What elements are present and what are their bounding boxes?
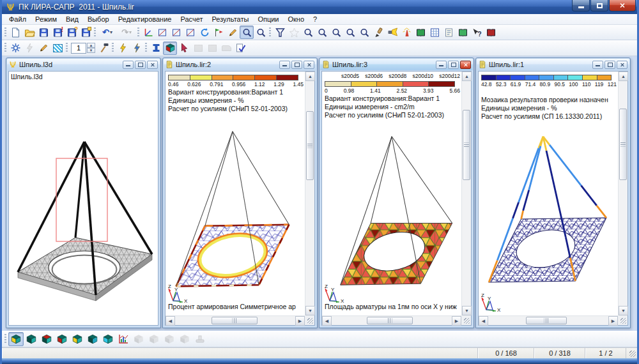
results-diagram-button[interactable] [116, 332, 131, 346]
horizontal-scrollbar[interactable]: ◀ ▶ [479, 315, 618, 325]
scroll-down-icon[interactable]: ▼ [619, 306, 628, 315]
scroll-right-icon[interactable]: ▶ [452, 316, 461, 326]
resize-grip[interactable] [461, 315, 471, 325]
horizontal-scroll-thumb[interactable] [212, 317, 258, 324]
child-close-button[interactable] [147, 61, 158, 69]
zoom-out-button[interactable] [315, 26, 329, 39]
scroll-right-icon[interactable]: ▶ [608, 316, 618, 326]
vertical-scroll-thumb[interactable] [619, 109, 627, 180]
menu-file[interactable]: Файл [4, 15, 31, 24]
result-view[interactable]: 42.852.361.971.480.990.5100110119121 Моз… [479, 72, 618, 315]
menu-select[interactable]: Выбор [83, 15, 114, 24]
cube-gray-3-button[interactable] [162, 332, 177, 346]
stiffness-hatch-button[interactable] [50, 42, 65, 55]
menu-mode[interactable]: Режим [31, 15, 61, 24]
child-window-title-bar[interactable]: Шпиль.lir:2 [164, 59, 316, 70]
paint-brush-button[interactable] [371, 26, 385, 39]
resize-grip[interactable] [618, 315, 627, 325]
ibeam-sections-button[interactable] [149, 42, 163, 55]
beacon-button[interactable] [399, 26, 413, 39]
draw-pencil-button[interactable] [226, 26, 240, 39]
child-maximize-button[interactable] [135, 61, 146, 69]
child-close-button[interactable] [460, 61, 471, 69]
cube-top-red-button[interactable] [39, 332, 54, 346]
save-copy-button[interactable] [79, 26, 93, 39]
zoom-element-button[interactable] [240, 26, 254, 39]
dynamic-lightning-button[interactable] [130, 42, 144, 55]
scroll-left-icon[interactable]: ◀ [322, 316, 332, 326]
horizontal-scrollbar[interactable]: ◀ ▶ [166, 315, 305, 325]
scroll-right-icon[interactable]: ▶ [295, 316, 305, 326]
child-window-title-bar[interactable]: Шпиль.lir:1 [477, 59, 629, 70]
cube-gray-2-button[interactable] [146, 332, 162, 346]
save-document-button[interactable] [36, 26, 50, 39]
menu-calc[interactable]: Расчет [176, 15, 207, 24]
window-resize-grip[interactable] [626, 348, 637, 358]
menu-view[interactable]: Вид [61, 15, 83, 24]
new-document-button[interactable] [8, 26, 22, 39]
settings-gear-button[interactable] [8, 42, 22, 55]
child-maximize-button[interactable] [291, 61, 302, 69]
build-hammer-button[interactable] [96, 42, 111, 55]
child-minimize-button[interactable] [592, 61, 603, 69]
scroll-up-icon[interactable]: ▲ [462, 72, 472, 81]
grid-window-button[interactable] [427, 26, 442, 39]
check-document-button[interactable] [233, 42, 247, 55]
child-close-button[interactable] [304, 61, 314, 69]
scroll-up-icon[interactable]: ▲ [305, 72, 315, 81]
horizontal-scrollbar[interactable]: ◀ ▶ [322, 315, 461, 325]
child-window-shpil-lir-2[interactable]: Шпиль.lir:2 0.460.6260.7910.9561.121.291… [162, 57, 318, 328]
menu-edit[interactable]: Редактирование [114, 15, 176, 24]
scroll-left-icon[interactable]: ◀ [479, 316, 488, 326]
filter-funnel-button[interactable] [273, 26, 287, 39]
child-window-title-bar[interactable]: Шпиль.l3d [7, 59, 160, 70]
maximize-button[interactable] [590, 0, 608, 11]
cube-front-red-button[interactable] [54, 332, 70, 346]
child-close-button[interactable] [617, 61, 627, 69]
view-projection-xoy-button[interactable] [169, 26, 183, 39]
menu-results[interactable]: Результаты [207, 15, 253, 24]
menu-options[interactable]: Опции [253, 15, 283, 24]
result-view[interactable]: s200d5s200d6s200d8s200d10s200d12 00.981.… [322, 72, 461, 315]
zoom-in-button[interactable] [301, 26, 315, 39]
cube-cyan-stripes-button[interactable] [85, 332, 100, 346]
scroll-left-icon[interactable]: ◀ [166, 316, 175, 326]
result-view[interactable]: 0.460.6260.7910.9561.121.291.45 Вариант … [166, 72, 305, 315]
documentation-book-button[interactable] [484, 26, 498, 39]
reference-green-book-button[interactable] [413, 26, 427, 39]
assign-pointer-button[interactable] [177, 42, 191, 55]
vertical-scrollbar[interactable]: ▲ ▼ [618, 72, 627, 315]
mosaic-cube-button[interactable] [163, 42, 177, 55]
flashlight-button[interactable] [385, 26, 399, 39]
menu-help[interactable]: ? [309, 15, 321, 24]
rotate-view-button[interactable] [197, 26, 212, 39]
minimize-button[interactable] [572, 0, 590, 11]
view-isometric-button[interactable] [183, 26, 197, 39]
cube-gray-1-button[interactable] [131, 332, 146, 346]
child-minimize-button[interactable] [123, 61, 134, 69]
block-number-spinner[interactable]: 1 ▲▼ [71, 43, 95, 54]
view-standard-axes-button[interactable] [141, 26, 155, 39]
assign-pencil-button[interactable] [36, 42, 50, 55]
cube-left-yellow-button[interactable] [70, 332, 85, 346]
spinner-down-icon[interactable]: ▼ [87, 48, 95, 53]
child-minimize-button[interactable] [279, 61, 290, 69]
vertical-scroll-thumb[interactable] [306, 111, 314, 180]
disabled-tool-1-button[interactable] [191, 42, 205, 55]
disabled-tool-2-button[interactable] [205, 42, 219, 55]
spinner-value[interactable]: 1 [71, 43, 86, 54]
vertical-scrollbar[interactable]: ▲ ▼ [461, 72, 471, 315]
redo-button[interactable]: ↷▾ [117, 26, 136, 39]
horizontal-scroll-thumb[interactable] [526, 317, 567, 324]
notepad-button[interactable] [442, 26, 456, 39]
zoom-original-button[interactable] [343, 26, 357, 39]
view-projection-xoz-button[interactable] [155, 26, 169, 39]
child-maximize-button[interactable] [604, 61, 615, 69]
zoom-view-button[interactable] [254, 26, 268, 39]
vertical-scrollbar[interactable]: ▲ ▼ [305, 72, 314, 315]
child-window-shpil-lir-3[interactable]: Шпиль.lir:3 s200d5s200d6s200d8s200d10s20… [319, 57, 474, 328]
save-alert-button[interactable]: ! [50, 26, 65, 39]
scroll-up-icon[interactable]: ▲ [619, 72, 628, 81]
scroll-down-icon[interactable]: ▼ [305, 306, 315, 315]
child-window-shpil-lir-1[interactable]: Шпиль.lir:1 42.852.361.971.480.990.51001… [475, 57, 631, 328]
